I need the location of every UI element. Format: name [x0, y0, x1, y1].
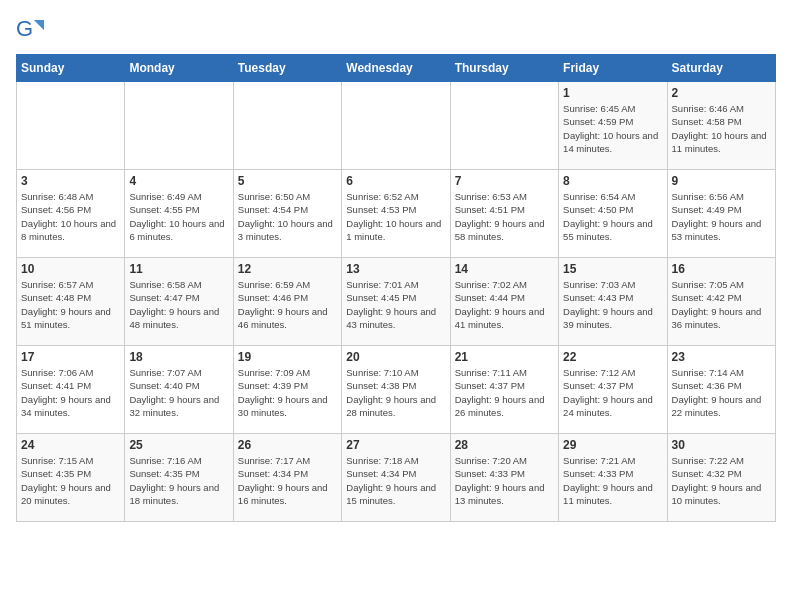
logo-icon: G [16, 16, 44, 44]
calendar-day-cell: 21Sunrise: 7:11 AM Sunset: 4:37 PM Dayli… [450, 346, 558, 434]
svg-text:G: G [16, 16, 33, 41]
calendar-day-cell: 15Sunrise: 7:03 AM Sunset: 4:43 PM Dayli… [559, 258, 667, 346]
day-info: Sunrise: 7:11 AM Sunset: 4:37 PM Dayligh… [455, 366, 554, 419]
day-number: 15 [563, 262, 662, 276]
day-number: 11 [129, 262, 228, 276]
calendar-day-cell: 30Sunrise: 7:22 AM Sunset: 4:32 PM Dayli… [667, 434, 775, 522]
day-info: Sunrise: 7:14 AM Sunset: 4:36 PM Dayligh… [672, 366, 771, 419]
day-number: 20 [346, 350, 445, 364]
day-number: 26 [238, 438, 337, 452]
day-number: 2 [672, 86, 771, 100]
calendar-day-cell: 27Sunrise: 7:18 AM Sunset: 4:34 PM Dayli… [342, 434, 450, 522]
weekday-header: Sunday [17, 55, 125, 82]
calendar-week-row: 10Sunrise: 6:57 AM Sunset: 4:48 PM Dayli… [17, 258, 776, 346]
calendar-day-cell: 5Sunrise: 6:50 AM Sunset: 4:54 PM Daylig… [233, 170, 341, 258]
day-number: 8 [563, 174, 662, 188]
day-info: Sunrise: 6:53 AM Sunset: 4:51 PM Dayligh… [455, 190, 554, 243]
day-info: Sunrise: 7:21 AM Sunset: 4:33 PM Dayligh… [563, 454, 662, 507]
calendar-day-cell [17, 82, 125, 170]
day-info: Sunrise: 7:06 AM Sunset: 4:41 PM Dayligh… [21, 366, 120, 419]
calendar-day-cell: 25Sunrise: 7:16 AM Sunset: 4:35 PM Dayli… [125, 434, 233, 522]
calendar-day-cell: 14Sunrise: 7:02 AM Sunset: 4:44 PM Dayli… [450, 258, 558, 346]
weekday-header: Saturday [667, 55, 775, 82]
header: G [16, 16, 776, 44]
calendar-day-cell: 4Sunrise: 6:49 AM Sunset: 4:55 PM Daylig… [125, 170, 233, 258]
day-number: 1 [563, 86, 662, 100]
day-info: Sunrise: 6:49 AM Sunset: 4:55 PM Dayligh… [129, 190, 228, 243]
calendar-day-cell: 7Sunrise: 6:53 AM Sunset: 4:51 PM Daylig… [450, 170, 558, 258]
calendar-week-row: 24Sunrise: 7:15 AM Sunset: 4:35 PM Dayli… [17, 434, 776, 522]
day-info: Sunrise: 6:57 AM Sunset: 4:48 PM Dayligh… [21, 278, 120, 331]
calendar-day-cell: 8Sunrise: 6:54 AM Sunset: 4:50 PM Daylig… [559, 170, 667, 258]
day-info: Sunrise: 7:20 AM Sunset: 4:33 PM Dayligh… [455, 454, 554, 507]
calendar-day-cell: 12Sunrise: 6:59 AM Sunset: 4:46 PM Dayli… [233, 258, 341, 346]
day-info: Sunrise: 7:15 AM Sunset: 4:35 PM Dayligh… [21, 454, 120, 507]
calendar-day-cell [450, 82, 558, 170]
day-number: 9 [672, 174, 771, 188]
calendar-day-cell: 23Sunrise: 7:14 AM Sunset: 4:36 PM Dayli… [667, 346, 775, 434]
day-number: 27 [346, 438, 445, 452]
day-info: Sunrise: 6:50 AM Sunset: 4:54 PM Dayligh… [238, 190, 337, 243]
svg-marker-2 [34, 20, 44, 30]
day-number: 17 [21, 350, 120, 364]
day-number: 14 [455, 262, 554, 276]
day-info: Sunrise: 7:09 AM Sunset: 4:39 PM Dayligh… [238, 366, 337, 419]
day-number: 24 [21, 438, 120, 452]
calendar-week-row: 17Sunrise: 7:06 AM Sunset: 4:41 PM Dayli… [17, 346, 776, 434]
calendar-day-cell: 3Sunrise: 6:48 AM Sunset: 4:56 PM Daylig… [17, 170, 125, 258]
calendar-day-cell: 19Sunrise: 7:09 AM Sunset: 4:39 PM Dayli… [233, 346, 341, 434]
calendar-day-cell: 20Sunrise: 7:10 AM Sunset: 4:38 PM Dayli… [342, 346, 450, 434]
day-number: 19 [238, 350, 337, 364]
day-number: 16 [672, 262, 771, 276]
calendar-day-cell: 18Sunrise: 7:07 AM Sunset: 4:40 PM Dayli… [125, 346, 233, 434]
calendar-day-cell [342, 82, 450, 170]
day-info: Sunrise: 7:22 AM Sunset: 4:32 PM Dayligh… [672, 454, 771, 507]
calendar-header: SundayMondayTuesdayWednesdayThursdayFrid… [17, 55, 776, 82]
day-number: 29 [563, 438, 662, 452]
day-info: Sunrise: 6:59 AM Sunset: 4:46 PM Dayligh… [238, 278, 337, 331]
day-info: Sunrise: 7:16 AM Sunset: 4:35 PM Dayligh… [129, 454, 228, 507]
calendar-day-cell: 9Sunrise: 6:56 AM Sunset: 4:49 PM Daylig… [667, 170, 775, 258]
calendar-day-cell: 29Sunrise: 7:21 AM Sunset: 4:33 PM Dayli… [559, 434, 667, 522]
day-info: Sunrise: 6:48 AM Sunset: 4:56 PM Dayligh… [21, 190, 120, 243]
day-info: Sunrise: 7:01 AM Sunset: 4:45 PM Dayligh… [346, 278, 445, 331]
day-number: 22 [563, 350, 662, 364]
weekday-header: Wednesday [342, 55, 450, 82]
calendar-day-cell: 11Sunrise: 6:58 AM Sunset: 4:47 PM Dayli… [125, 258, 233, 346]
calendar-day-cell [125, 82, 233, 170]
calendar-day-cell: 26Sunrise: 7:17 AM Sunset: 4:34 PM Dayli… [233, 434, 341, 522]
logo: G [16, 16, 46, 44]
day-number: 12 [238, 262, 337, 276]
day-info: Sunrise: 6:58 AM Sunset: 4:47 PM Dayligh… [129, 278, 228, 331]
calendar-week-row: 3Sunrise: 6:48 AM Sunset: 4:56 PM Daylig… [17, 170, 776, 258]
day-info: Sunrise: 7:02 AM Sunset: 4:44 PM Dayligh… [455, 278, 554, 331]
calendar-day-cell: 10Sunrise: 6:57 AM Sunset: 4:48 PM Dayli… [17, 258, 125, 346]
calendar-day-cell: 17Sunrise: 7:06 AM Sunset: 4:41 PM Dayli… [17, 346, 125, 434]
day-number: 3 [21, 174, 120, 188]
calendar-week-row: 1Sunrise: 6:45 AM Sunset: 4:59 PM Daylig… [17, 82, 776, 170]
day-number: 13 [346, 262, 445, 276]
weekday-header: Thursday [450, 55, 558, 82]
day-number: 7 [455, 174, 554, 188]
calendar-day-cell: 2Sunrise: 6:46 AM Sunset: 4:58 PM Daylig… [667, 82, 775, 170]
day-info: Sunrise: 7:05 AM Sunset: 4:42 PM Dayligh… [672, 278, 771, 331]
day-info: Sunrise: 7:03 AM Sunset: 4:43 PM Dayligh… [563, 278, 662, 331]
day-info: Sunrise: 7:17 AM Sunset: 4:34 PM Dayligh… [238, 454, 337, 507]
day-info: Sunrise: 7:18 AM Sunset: 4:34 PM Dayligh… [346, 454, 445, 507]
day-number: 23 [672, 350, 771, 364]
calendar-day-cell: 28Sunrise: 7:20 AM Sunset: 4:33 PM Dayli… [450, 434, 558, 522]
calendar-day-cell [233, 82, 341, 170]
day-number: 28 [455, 438, 554, 452]
day-number: 25 [129, 438, 228, 452]
day-info: Sunrise: 7:12 AM Sunset: 4:37 PM Dayligh… [563, 366, 662, 419]
day-info: Sunrise: 6:56 AM Sunset: 4:49 PM Dayligh… [672, 190, 771, 243]
calendar-day-cell: 22Sunrise: 7:12 AM Sunset: 4:37 PM Dayli… [559, 346, 667, 434]
weekday-header: Friday [559, 55, 667, 82]
calendar-body: 1Sunrise: 6:45 AM Sunset: 4:59 PM Daylig… [17, 82, 776, 522]
calendar-day-cell: 24Sunrise: 7:15 AM Sunset: 4:35 PM Dayli… [17, 434, 125, 522]
day-number: 5 [238, 174, 337, 188]
weekday-header: Monday [125, 55, 233, 82]
calendar-day-cell: 1Sunrise: 6:45 AM Sunset: 4:59 PM Daylig… [559, 82, 667, 170]
calendar-day-cell: 6Sunrise: 6:52 AM Sunset: 4:53 PM Daylig… [342, 170, 450, 258]
day-info: Sunrise: 7:07 AM Sunset: 4:40 PM Dayligh… [129, 366, 228, 419]
